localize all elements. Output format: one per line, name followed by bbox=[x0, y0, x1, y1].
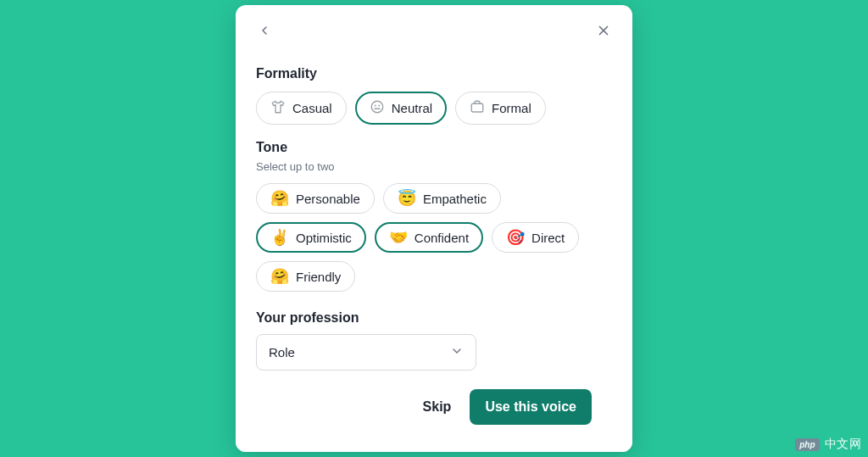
tshirt-icon bbox=[270, 99, 286, 117]
tone-chip-direct[interactable]: 🎯 Direct bbox=[492, 222, 579, 253]
chip-label: Direct bbox=[531, 231, 565, 244]
handshake-icon: 🤝 bbox=[389, 230, 408, 245]
formality-chip-formal[interactable]: Formal bbox=[455, 92, 546, 125]
formality-chip-neutral[interactable]: Neutral bbox=[355, 92, 447, 125]
profession-select[interactable]: Role bbox=[256, 334, 476, 371]
chip-label: Optimistic bbox=[296, 231, 352, 244]
tone-chip-empathetic[interactable]: 😇 Empathetic bbox=[383, 183, 501, 214]
chip-label: Personable bbox=[296, 192, 360, 205]
watermark-text: 中文网 bbox=[825, 437, 862, 452]
svg-point-5 bbox=[379, 105, 380, 106]
formality-options: Casual Neutral Formal bbox=[256, 92, 612, 125]
smiling-hug-icon: 🤗 bbox=[270, 269, 289, 284]
face-neutral-icon bbox=[370, 99, 385, 117]
tone-options: 🤗 Personable 😇 Empathetic ✌️ Optimistic … bbox=[256, 183, 612, 292]
tone-title: Tone bbox=[256, 140, 612, 155]
svg-rect-6 bbox=[471, 103, 483, 112]
chip-label: Empathetic bbox=[423, 192, 487, 205]
chevron-down-icon bbox=[450, 344, 464, 360]
halo-face-icon: 😇 bbox=[398, 191, 416, 206]
tone-chip-personable[interactable]: 🤗 Personable bbox=[256, 183, 375, 214]
use-voice-button[interactable]: Use this voice bbox=[470, 389, 592, 425]
watermark: php 中文网 bbox=[795, 437, 861, 452]
chip-label: Casual bbox=[292, 102, 332, 114]
close-button[interactable] bbox=[593, 20, 614, 41]
watermark-badge: php bbox=[795, 438, 819, 451]
modal-footer: Skip Use this voice bbox=[256, 371, 612, 433]
profession-label: Your profession bbox=[256, 310, 612, 326]
close-icon bbox=[596, 23, 611, 38]
chip-label: Neutral bbox=[392, 102, 432, 114]
modal-header bbox=[236, 5, 632, 49]
formality-chip-casual[interactable]: Casual bbox=[256, 92, 347, 125]
svg-point-4 bbox=[375, 105, 376, 106]
victory-hand-icon: ✌️ bbox=[270, 230, 289, 245]
profession-placeholder: Role bbox=[269, 345, 295, 359]
profession-select-wrap: Role bbox=[256, 334, 476, 371]
hugging-face-icon: 🤗 bbox=[270, 191, 289, 206]
chevron-left-icon bbox=[258, 24, 271, 37]
chip-label: Confident bbox=[415, 231, 469, 244]
chip-label: Friendly bbox=[296, 270, 341, 283]
chip-label: Formal bbox=[492, 102, 531, 114]
target-icon: 🎯 bbox=[506, 230, 525, 245]
briefcase-icon bbox=[470, 99, 485, 117]
modal-body: Formality Casual Neutral Formal bbox=[236, 49, 632, 452]
voice-settings-modal: Formality Casual Neutral Formal bbox=[236, 5, 632, 452]
tone-chip-confident[interactable]: 🤝 Confident bbox=[375, 222, 483, 253]
tone-chip-optimistic[interactable]: ✌️ Optimistic bbox=[256, 222, 366, 253]
formality-title: Formality bbox=[256, 66, 612, 81]
svg-point-2 bbox=[371, 101, 383, 113]
skip-button[interactable]: Skip bbox=[416, 391, 459, 423]
tone-hint: Select up to two bbox=[256, 160, 612, 173]
back-button[interactable] bbox=[254, 20, 275, 41]
tone-chip-friendly[interactable]: 🤗 Friendly bbox=[256, 261, 355, 292]
